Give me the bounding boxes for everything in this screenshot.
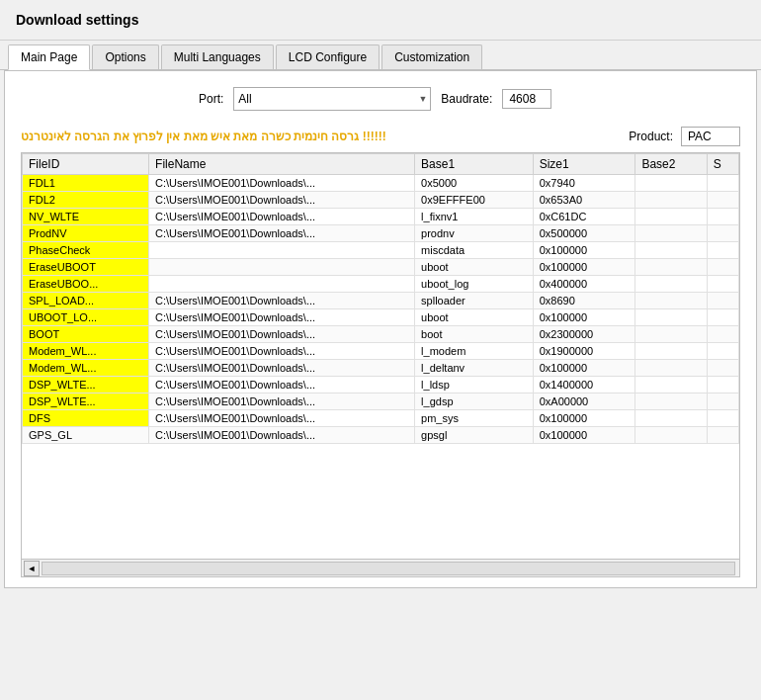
table-row[interactable]: DSP_WLTE...C:\Users\IMOE001\Downloads\..…: [23, 377, 739, 394]
table-cell: [635, 343, 707, 360]
table-cell: uboot: [415, 309, 534, 326]
port-select[interactable]: All: [233, 87, 431, 111]
table-cell: [635, 326, 707, 343]
table-cell: l_ldsp: [415, 377, 534, 394]
table-row[interactable]: SPL_LOAD...C:\Users\IMOE001\Downloads\..…: [23, 293, 739, 309]
table-cell: l_gdsp: [415, 394, 534, 410]
col-base1: Base1: [415, 154, 534, 175]
table-cell: FDL2: [23, 192, 149, 209]
table-cell: [707, 175, 738, 192]
table-cell: C:\Users\IMOE001\Downloads\...: [149, 410, 415, 427]
table-cell: [635, 410, 707, 427]
table-cell: [707, 410, 738, 427]
table-cell: C:\Users\IMOE001\Downloads\...: [149, 192, 415, 209]
horizontal-scrollbar[interactable]: ◄: [22, 559, 739, 576]
table-cell: 0x100000: [533, 309, 635, 326]
table-row[interactable]: EraseUBOOTuboot0x100000: [23, 259, 739, 276]
table-cell: NV_WLTE: [23, 209, 149, 225]
table-cell: EraseUBOOT: [23, 259, 149, 276]
table-row[interactable]: UBOOT_LO...C:\Users\IMOE001\Downloads\..…: [23, 309, 739, 326]
table-cell: [635, 259, 707, 276]
info-row: גרסה חינמית כשרה מאת איש מאת אין לפרוץ א…: [21, 127, 740, 146]
table-scroll[interactable]: FileID FileName Base1 Size1 Base2 S FDL1…: [22, 153, 739, 559]
table-cell: C:\Users\IMOE001\Downloads\...: [149, 175, 415, 192]
table-row[interactable]: FDL2C:\Users\IMOE001\Downloads\...0x9EFF…: [23, 192, 739, 209]
table-cell: C:\Users\IMOE001\Downloads\...: [149, 326, 415, 343]
table-cell: C:\Users\IMOE001\Downloads\...: [149, 309, 415, 326]
table-cell: pm_sys: [415, 410, 534, 427]
table-cell: [707, 225, 738, 242]
table-row[interactable]: ProdNVC:\Users\IMOE001\Downloads\...prod…: [23, 225, 739, 242]
table-row[interactable]: PhaseCheckmiscdata0x100000: [23, 242, 739, 259]
table-row[interactable]: BOOTC:\Users\IMOE001\Downloads\...boot0x…: [23, 326, 739, 343]
table-row[interactable]: FDL1C:\Users\IMOE001\Downloads\...0x5000…: [23, 175, 739, 192]
table-cell: [707, 377, 738, 394]
table-cell: Modem_WL...: [23, 343, 149, 360]
table-cell: [707, 259, 738, 276]
table-cell: [635, 394, 707, 410]
baudrate-value: 4608: [502, 89, 551, 109]
table-cell: 0x400000: [533, 276, 635, 293]
table-cell: [635, 225, 707, 242]
table-cell: 0x1900000: [533, 343, 635, 360]
port-select-wrapper[interactable]: All: [233, 87, 431, 111]
table-cell: [707, 309, 738, 326]
table-cell: boot: [415, 326, 534, 343]
scroll-left-button[interactable]: ◄: [24, 561, 40, 576]
table-cell: prodnv: [415, 225, 534, 242]
table-cell: [635, 242, 707, 259]
table-cell: 0x500000: [533, 225, 635, 242]
table-cell: uboot: [415, 259, 534, 276]
table-cell: C:\Users\IMOE001\Downloads\...: [149, 427, 415, 444]
table-cell: 0x8690: [533, 293, 635, 309]
table-cell: 0xA00000: [533, 394, 635, 410]
port-row: Port: All Baudrate: 4608: [21, 81, 740, 117]
table-cell: 0x7940: [533, 175, 635, 192]
table-cell: [149, 276, 415, 293]
table-row[interactable]: NV_WLTEC:\Users\IMOE001\Downloads\...l_f…: [23, 209, 739, 225]
table-row[interactable]: Modem_WL...C:\Users\IMOE001\Downloads\..…: [23, 360, 739, 377]
tab-lcd-configure[interactable]: LCD Configure: [276, 44, 380, 69]
table-row[interactable]: EraseUBOO...uboot_log0x400000: [23, 276, 739, 293]
title-bar: Download settings: [0, 0, 761, 41]
table-cell: [635, 209, 707, 225]
table-cell: [635, 377, 707, 394]
table-row[interactable]: DSP_WLTE...C:\Users\IMOE001\Downloads\..…: [23, 394, 739, 410]
table-cell: DSP_WLTE...: [23, 377, 149, 394]
table-row[interactable]: DFSC:\Users\IMOE001\Downloads\...pm_sys0…: [23, 410, 739, 427]
table-cell: l_deltanv: [415, 360, 534, 377]
table-cell: 0x653A0: [533, 192, 635, 209]
table-cell: FDL1: [23, 175, 149, 192]
table-cell: 0x100000: [533, 427, 635, 444]
table-cell: [635, 293, 707, 309]
table-cell: 0x9EFFFE00: [415, 192, 534, 209]
tab-options[interactable]: Options: [92, 44, 158, 69]
tab-main-page[interactable]: Main Page: [8, 44, 90, 70]
table-cell: miscdata: [415, 242, 534, 259]
file-table: FileID FileName Base1 Size1 Base2 S FDL1…: [22, 153, 739, 444]
table-cell: [707, 293, 738, 309]
table-header: FileID FileName Base1 Size1 Base2 S: [23, 154, 739, 175]
main-content: Port: All Baudrate: 4608 גרסה חינמית כשר…: [4, 70, 757, 588]
table-cell: [707, 360, 738, 377]
table-cell: [707, 427, 738, 444]
info-text: גרסה חינמית כשרה מאת איש מאת אין לפרוץ א…: [21, 130, 386, 143]
table-cell: GPS_GL: [23, 427, 149, 444]
table-cell: C:\Users\IMOE001\Downloads\...: [149, 209, 415, 225]
tab-customization[interactable]: Customization: [381, 44, 482, 69]
table-cell: [635, 309, 707, 326]
table-row[interactable]: GPS_GLC:\Users\IMOE001\Downloads\...gpsg…: [23, 427, 739, 444]
table-cell: SPL_LOAD...: [23, 293, 149, 309]
table-cell: 0x100000: [533, 360, 635, 377]
table-cell: Modem_WL...: [23, 360, 149, 377]
table-row[interactable]: Modem_WL...C:\Users\IMOE001\Downloads\..…: [23, 343, 739, 360]
file-table-container: FileID FileName Base1 Size1 Base2 S FDL1…: [21, 152, 740, 577]
table-cell: 0x5000: [415, 175, 534, 192]
tab-multi-languages[interactable]: Multi Languages: [161, 44, 274, 69]
table-cell: C:\Users\IMOE001\Downloads\...: [149, 377, 415, 394]
product-row: Product: PAC: [629, 127, 740, 146]
window-title: Download settings: [16, 12, 138, 28]
scroll-track[interactable]: [42, 562, 735, 575]
table-cell: DFS: [23, 410, 149, 427]
table-cell: [707, 394, 738, 410]
